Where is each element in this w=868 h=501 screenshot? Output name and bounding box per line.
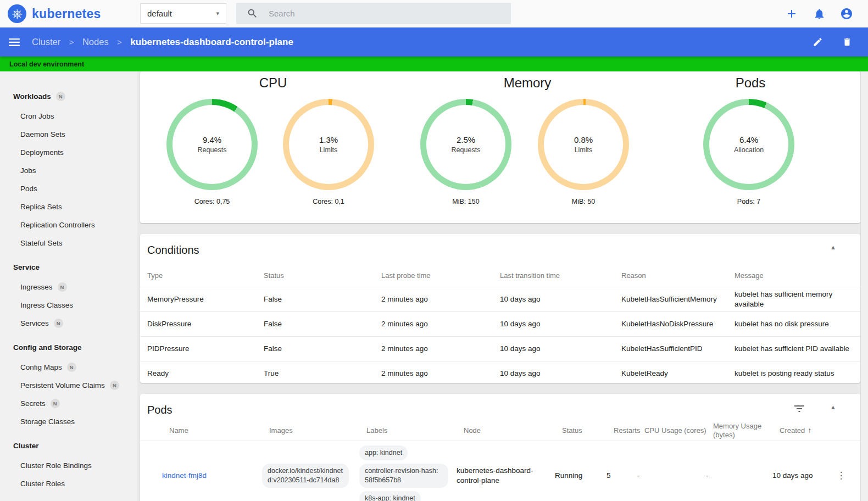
row-menu-kebab-icon[interactable]: ⋮ (827, 470, 860, 481)
sidebar-item-pods[interactable]: Pods (0, 180, 137, 198)
donut-ring: 2.5% Requests (420, 99, 511, 190)
create-resource-button[interactable] (785, 7, 798, 20)
kubernetes-logo-icon: ⎈ (8, 4, 26, 23)
brand[interactable]: ⎈ kubernetes (8, 4, 101, 23)
sidebar-item-services[interactable]: Services N (0, 314, 137, 332)
search-input[interactable] (268, 8, 511, 19)
conditions-card: Conditions ▲ Type Status Last probe time… (140, 234, 860, 383)
sidebar-section-service: Service (0, 257, 137, 278)
column-header[interactable]: Name (169, 426, 269, 435)
column-header: CPU Usage (cores) (644, 426, 713, 435)
sidebar-item-cluster-roles[interactable]: Cluster Roles (0, 475, 137, 493)
label-chip: k8s-app: kindnet (359, 491, 421, 501)
column-header: Images (269, 426, 366, 435)
sidebar-item-cron-jobs[interactable]: Cron Jobs (0, 107, 137, 125)
main-area: Workloads N Cron Jobs Daemon Sets Deploy… (0, 71, 868, 501)
table-row: Ready True 2 minutes ago 10 days ago Kub… (140, 361, 860, 386)
donut-ring: 9.4% Requests (166, 99, 258, 190)
sidebar-item-daemon-sets[interactable]: Daemon Sets (0, 125, 137, 143)
namespaced-badge: N (110, 381, 119, 390)
sidebar: Workloads N Cron Jobs Daemon Sets Deploy… (0, 71, 137, 501)
pod-name-link[interactable]: kindnet-fmj8d (162, 471, 207, 480)
table-row: kindnet-fmj8d docker.io/kindest/kindnetd… (140, 441, 860, 501)
sidebar-item-persistent-volume-claims[interactable]: Persistent Volume Claims N (0, 376, 137, 394)
table-row: DiskPressure False 2 minutes ago 10 days… (140, 312, 860, 337)
namespaced-badge: N (56, 92, 65, 101)
column-header: Restarts (614, 426, 644, 435)
sidebar-item-jobs[interactable]: Jobs (0, 162, 137, 180)
created-cell: 10 days ago (772, 471, 827, 480)
donut-memory-limits: 0.8% Limits MiB: 50 (538, 99, 629, 205)
sidebar-item-replica-sets[interactable]: Replica Sets (0, 198, 137, 216)
namespaced-badge: N (67, 363, 76, 372)
chevron-right-icon: > (117, 37, 122, 47)
pods-card: Pods ▲ Name Images Labels Node Status Re… (140, 394, 860, 501)
chevron-right-icon: > (69, 37, 74, 47)
sidebar-item-config-maps[interactable]: Config Maps N (0, 358, 137, 376)
donut-ring: 0.8% Limits (538, 99, 629, 190)
sort-ascending-icon: ↑ (808, 426, 811, 436)
chart-group-title-pods: Pods (736, 75, 766, 91)
notifications-bell-icon[interactable] (813, 7, 826, 20)
sidebar-item-replication-controllers[interactable]: Replication Controllers (0, 216, 137, 234)
namespaced-badge: N (54, 319, 63, 328)
collapse-arrow-icon[interactable]: ▲ (830, 244, 836, 250)
sidebar-item-ingresses[interactable]: Ingresses N (0, 278, 137, 296)
column-header: Message (735, 271, 860, 281)
account-icon[interactable] (840, 7, 853, 20)
sidebar-item-cluster-role-bindings[interactable]: Cluster Role Bindings (0, 457, 137, 475)
edit-pencil-icon[interactable] (811, 36, 824, 49)
header-actions (785, 7, 853, 20)
search-bar (236, 3, 511, 24)
status-cell: Running (555, 471, 607, 480)
sidebar-item-deployments[interactable]: Deployments (0, 143, 137, 162)
column-header: Labels (366, 426, 464, 435)
sidebar-section-workloads: Workloads N (0, 86, 137, 107)
donut-pods-allocation: 6.4% Allocation Pods: 7 (703, 99, 794, 205)
collapse-arrow-icon[interactable]: ▲ (830, 404, 836, 410)
sidebar-item-secrets[interactable]: Secrets N (0, 394, 137, 413)
donut-caption: Pods: 7 (703, 198, 794, 205)
donut-ring: 1.3% Limits (283, 99, 374, 190)
column-header: Status (264, 271, 381, 281)
breadcrumb-bar: Cluster > Nodes > kubernetes-dashboard-c… (0, 27, 868, 57)
column-header: Last probe time (381, 271, 500, 281)
breadcrumb-cluster-link[interactable]: Cluster (32, 37, 60, 47)
donut-caption: MiB: 150 (420, 198, 511, 205)
filter-icon[interactable] (794, 405, 804, 415)
namespace-selector[interactable]: default ▾ (140, 3, 226, 24)
donut-ring: 6.4% Allocation (703, 99, 794, 190)
brand-text: kubernetes (32, 7, 101, 21)
donut-caption: MiB: 50 (538, 198, 629, 205)
column-header: Node (464, 426, 562, 435)
column-header-created[interactable]: Created ↑ (780, 426, 834, 436)
conditions-header-row: Type Status Last probe time Last transit… (140, 265, 860, 287)
column-header[interactable]: Status (562, 426, 614, 435)
donut-memory-requests: 2.5% Requests MiB: 150 (420, 99, 511, 205)
column-header: Type (147, 271, 264, 281)
sidebar-section-cluster: Cluster (0, 435, 137, 457)
pods-header-row: Name Images Labels Node Status Restarts … (140, 421, 860, 441)
table-row: PIDPressure False 2 minutes ago 10 days … (140, 337, 860, 361)
column-header: Reason (621, 271, 735, 281)
namespace-value: default (147, 9, 172, 18)
sidebar-item-stateful-sets[interactable]: Stateful Sets (0, 234, 137, 252)
table-row: MemoryPressure False 2 minutes ago 10 da… (140, 287, 860, 312)
sidebar-section-config-and-storage: Config and Storage (0, 337, 137, 358)
sidebar-item-storage-classes[interactable]: Storage Classes (0, 413, 137, 431)
chevron-down-icon: ▾ (216, 10, 219, 17)
donut-caption: Cores: 0,1 (283, 198, 374, 205)
allocation-charts-card: CPU Memory Pods 9.4% Requests Cores: 0,7… (140, 71, 860, 223)
memory-usage-cell: - (706, 471, 772, 480)
node-actions (811, 36, 859, 49)
scrollbar[interactable] (860, 71, 868, 501)
column-header: Memory Usage (bytes) (713, 422, 780, 440)
pods-title: Pods (140, 394, 860, 416)
donut-cpu-limits: 1.3% Limits Cores: 0,1 (283, 99, 374, 205)
restarts-cell: 5 (607, 471, 637, 480)
breadcrumb-nodes-link[interactable]: Nodes (82, 37, 109, 47)
menu-hamburger-icon[interactable] (9, 38, 20, 47)
labels-cell: app: kindnet controller-revision-hash: 5… (359, 446, 457, 501)
sidebar-item-ingress-classes[interactable]: Ingress Classes (0, 296, 137, 314)
delete-trash-icon[interactable] (841, 36, 854, 49)
